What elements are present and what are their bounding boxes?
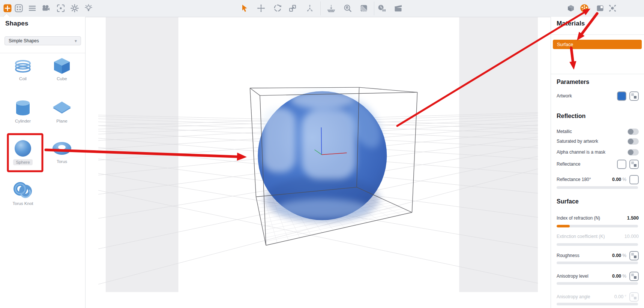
panel-divider	[551, 34, 644, 35]
shape-item-cylinder[interactable]: Cylinder	[3, 100, 42, 124]
scale-tool-button[interactable]	[288, 4, 297, 13]
find-shape-icon	[344, 4, 352, 12]
focus-brackets-icon	[57, 4, 65, 12]
anisotropy-angle-unit: °	[624, 294, 626, 299]
layout-panel-icon	[596, 4, 604, 12]
surface-heading: Surface	[557, 198, 579, 205]
anisotropy-level-label: Anisotropy level	[557, 274, 612, 279]
ior-value: 1.500	[627, 215, 639, 221]
panel-divider	[551, 74, 644, 74]
shading-icon	[360, 4, 368, 12]
library-grid-icon	[15, 4, 23, 12]
rotate-tool-button[interactable]	[273, 4, 282, 13]
artwork-color-swatch[interactable]	[617, 91, 626, 101]
alpha-mask-row: Alpha channel is a mask	[551, 147, 644, 157]
cube-panel-icon	[567, 4, 575, 12]
fit-view-button[interactable]	[608, 4, 617, 13]
saturated-toggle[interactable]	[627, 138, 639, 145]
roughness-row: Roughness 0.00 %	[551, 250, 644, 261]
scatter-arrows-icon	[306, 4, 314, 12]
focus-button[interactable]	[56, 4, 65, 13]
shapes-panel-button[interactable]	[566, 4, 575, 13]
reflectance-180-slider[interactable]	[557, 186, 638, 189]
movie-camera-icon	[42, 4, 50, 12]
select-tool-button[interactable]	[240, 4, 249, 13]
roughness-unit: %	[622, 253, 626, 258]
viewport-canvas[interactable]	[86, 17, 551, 308]
anisotropy-angle-texture-button[interactable]	[629, 292, 639, 302]
sphere-icon	[14, 139, 32, 157]
artwork-texture-button[interactable]	[629, 91, 639, 101]
metallic-row: Metallic	[551, 127, 644, 136]
shape-label-selected: Sphere	[13, 159, 32, 165]
environment-light-button[interactable]	[84, 4, 93, 13]
layout-panel-button[interactable]	[596, 4, 605, 13]
move-arrows-icon	[257, 4, 265, 12]
reflectance-180-value: 0.00	[612, 177, 621, 182]
shape-item-sphere[interactable]: Sphere	[3, 139, 42, 165]
cylinder-icon	[14, 100, 32, 117]
shapes-title: Shapes	[5, 20, 29, 27]
distribute-tool-button[interactable]	[305, 4, 314, 13]
shape-item-torus[interactable]: Torus	[42, 139, 81, 164]
shape-item-torus-knot[interactable]: Torus Knot	[3, 181, 42, 206]
reflectance-180-label: Reflectance 180°	[557, 177, 612, 182]
move-tool-button[interactable]	[257, 4, 266, 13]
scene-list-button[interactable]	[28, 4, 37, 13]
ior-slider[interactable]	[557, 225, 638, 227]
alpha-mask-toggle[interactable]	[627, 149, 639, 155]
ior-row: Index of refraction (N) 1.500	[551, 213, 644, 223]
reflectance-color-swatch[interactable]	[617, 160, 626, 169]
gear-icon	[71, 4, 79, 12]
anisotropy-angle-slider[interactable]	[557, 303, 638, 305]
extinction-value: 10.000	[624, 234, 639, 239]
ior-label: Index of refraction (N)	[557, 215, 627, 221]
cube-icon	[53, 57, 71, 75]
material-item-surface[interactable]: Surface	[553, 40, 642, 49]
library-button[interactable]	[14, 4, 23, 13]
anisotropy-angle-row: Anisotropy angle 0.00 °	[551, 291, 644, 302]
animation-button[interactable]	[394, 4, 403, 13]
materials-panel-button[interactable]	[580, 4, 589, 13]
shape-item-coil[interactable]: Coil	[3, 57, 42, 82]
materials-panel: Materials Surface Parameters Artwork Ref…	[551, 17, 644, 308]
drop-to-floor-button[interactable]	[327, 4, 336, 13]
clapperboard-icon	[394, 4, 403, 12]
chevron-down-icon: ▼	[74, 39, 78, 43]
torus-knot-icon	[12, 181, 34, 199]
anisotropy-level-texture-button[interactable]	[629, 272, 639, 281]
alpha-mask-label: Alpha channel is a mask	[557, 150, 627, 155]
anisotropy-level-unit: %	[622, 274, 626, 279]
add-shape-button[interactable]	[3, 4, 12, 13]
shape-category-dropdown[interactable]: Simple Shapes ▼	[5, 36, 81, 45]
plus-icon	[3, 4, 12, 12]
anisotropy-angle-value: 0.00	[614, 294, 623, 299]
roughness-label: Roughness	[557, 253, 612, 258]
main-toolbar	[0, 0, 644, 17]
reflectance-180-unit: %	[622, 177, 626, 182]
scale-icon	[288, 4, 297, 12]
roughness-texture-button[interactable]	[629, 251, 639, 260]
shape-item-cube[interactable]: Cube	[42, 57, 81, 82]
shape-label: Plane	[56, 119, 67, 123]
reflectance-180-row: Reflectance 180° 0.00 %	[551, 174, 644, 185]
saturated-row: Saturated by artwork	[551, 136, 644, 146]
anisotropy-level-slider[interactable]	[557, 282, 638, 285]
settings-button[interactable]	[70, 4, 79, 13]
shape-item-plane[interactable]: Plane	[42, 100, 81, 124]
camera-button[interactable]	[41, 4, 50, 13]
time-lapse-icon	[377, 4, 386, 12]
toolbar-divider	[374, 1, 374, 15]
reflectance-180-texture-button[interactable]	[629, 175, 639, 184]
extinction-row: Extinction coefficient (K) 10.000	[551, 232, 644, 241]
sidebar-divider	[0, 53, 85, 53]
fit-view-icon	[608, 4, 617, 13]
metallic-toggle[interactable]	[627, 129, 639, 135]
coil-icon	[14, 57, 32, 75]
shading-button[interactable]	[359, 4, 368, 13]
reflectance-texture-button[interactable]	[629, 160, 639, 169]
extinction-slider[interactable]	[557, 243, 638, 246]
find-shape-button[interactable]	[343, 4, 352, 13]
time-lapse-button[interactable]	[377, 4, 386, 13]
roughness-slider[interactable]	[557, 262, 638, 264]
